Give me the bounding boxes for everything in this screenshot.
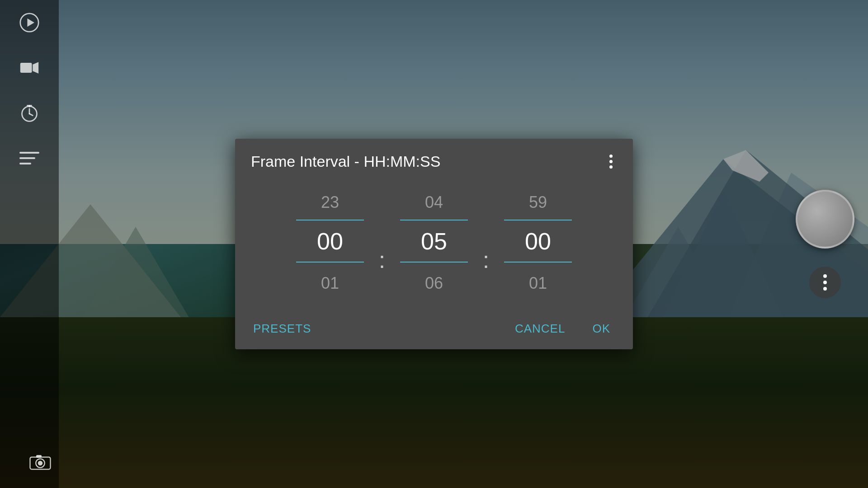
seconds-line-bottom: [504, 262, 572, 263]
separator-1: :: [373, 212, 391, 273]
frame-interval-dialog: Frame Interval - HH:MM:SS 23 00 01 : 04: [235, 139, 633, 349]
dialog-right-buttons: CANCEL OK: [508, 317, 617, 340]
modal-overlay: Frame Interval - HH:MM:SS 23 00 01 : 04: [0, 0, 868, 488]
more-dot1: [609, 155, 613, 158]
minutes-column[interactable]: 04 05 06: [393, 189, 475, 297]
hours-below: 01: [321, 270, 339, 297]
separator-2: :: [477, 212, 495, 273]
seconds-above: 59: [529, 189, 547, 216]
dialog-actions: PRESETS CANCEL OK: [251, 313, 617, 340]
hours-column[interactable]: 23 00 01: [289, 189, 371, 297]
minutes-line-bottom: [400, 262, 468, 263]
seconds-current[interactable]: 00: [525, 224, 551, 258]
seconds-line-top: [504, 220, 572, 221]
time-picker: 23 00 01 : 04 05 06 : 59 00: [251, 189, 617, 297]
dialog-more-button[interactable]: [605, 152, 617, 171]
dialog-title: Frame Interval - HH:MM:SS: [251, 153, 440, 170]
presets-button[interactable]: PRESETS: [251, 317, 313, 340]
hours-current[interactable]: 00: [317, 224, 343, 258]
minutes-above: 04: [425, 189, 443, 216]
dialog-header: Frame Interval - HH:MM:SS: [251, 152, 617, 171]
seconds-below: 01: [529, 270, 547, 297]
more-dot3: [609, 165, 613, 169]
hours-above: 23: [321, 189, 339, 216]
cancel-button[interactable]: CANCEL: [508, 317, 572, 340]
ok-button[interactable]: OK: [585, 317, 617, 340]
hours-line-top: [296, 220, 364, 221]
minutes-below: 06: [425, 270, 443, 297]
seconds-column[interactable]: 59 00 01: [497, 189, 579, 297]
minutes-line-top: [400, 220, 468, 221]
minutes-current[interactable]: 05: [421, 224, 447, 258]
hours-line-bottom: [296, 262, 364, 263]
more-dot2: [609, 160, 613, 163]
